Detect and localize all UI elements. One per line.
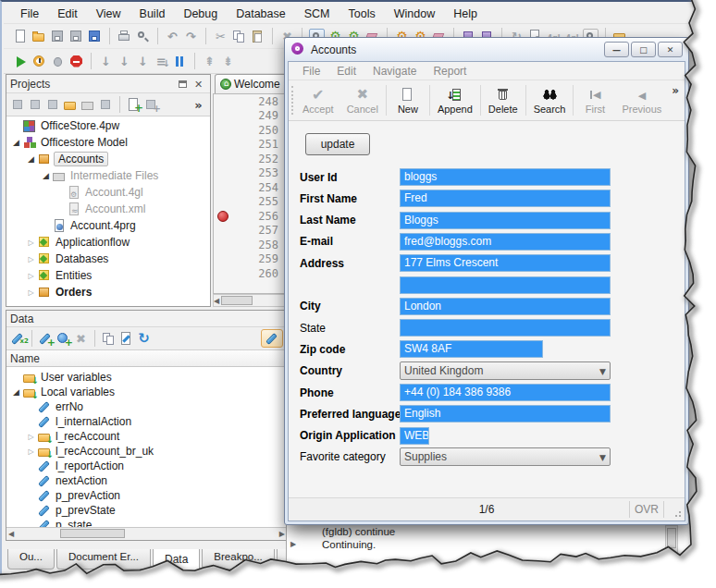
expander-icon[interactable]: ▷	[25, 288, 37, 297]
expander-icon[interactable]: ▷	[25, 272, 37, 280]
scroll-left-arrow-icon[interactable]: ◀	[8, 530, 14, 538]
open-folder-icon[interactable]	[31, 29, 47, 44]
line-number-row[interactable]: 252	[214, 152, 286, 166]
scrollbar-thumb[interactable]	[60, 529, 125, 538]
bottom-tab-ou[interactable]: Ou...	[7, 549, 55, 570]
pencil-x2-icon[interactable]	[10, 331, 26, 347]
dialog-menu-file[interactable]: File	[294, 64, 328, 79]
tree-item-p-state[interactable]: p_state	[6, 518, 287, 527]
editor-horizontal-scrollbar[interactable]: ◀	[213, 294, 287, 307]
field-last-name-input[interactable]: Bloggs	[400, 212, 611, 229]
toolbar-button-previous[interactable]: Previous	[615, 80, 668, 120]
edit-mode-toggle-button[interactable]	[261, 329, 283, 348]
menu-tools[interactable]: Tools	[339, 6, 385, 22]
tree-item-user-variables[interactable]: User variables	[6, 370, 287, 385]
copy-icon[interactable]	[231, 29, 247, 44]
menu-file[interactable]: File	[11, 6, 48, 22]
close-button[interactable]: ✕	[658, 42, 683, 57]
menu-view[interactable]: View	[87, 6, 130, 22]
tree-item-databases[interactable]: ▷Databases	[6, 251, 210, 267]
menu-build[interactable]: Build	[130, 6, 175, 22]
line-number-row[interactable]: 260	[214, 266, 286, 281]
line-number-row[interactable]: 255	[214, 195, 286, 210]
profile-clock-icon[interactable]	[31, 54, 47, 69]
tree-item-errno[interactable]: errNo	[6, 399, 287, 414]
line-number-row[interactable]: 253	[214, 166, 286, 181]
step-filter-icon[interactable]	[154, 54, 169, 69]
scroll-right-arrow-icon[interactable]: ▶	[279, 530, 285, 538]
field-blank-input[interactable]	[400, 276, 611, 294]
line-number-row[interactable]: 257	[214, 224, 286, 239]
expander-icon[interactable]: ◢	[40, 171, 52, 180]
scroll-right-arrow-icon[interactable]: ▶	[290, 540, 296, 548]
line-number-row[interactable]: 251	[214, 138, 286, 153]
expander-icon[interactable]: ◢	[10, 387, 22, 397]
field-favorite-category-select[interactable]: Supplies▼	[400, 447, 611, 466]
editor-line-gutter[interactable]: 248249250251252253254255256257258259260	[213, 93, 287, 294]
build-gray-icon[interactable]	[28, 97, 43, 113]
globe-add-icon[interactable]	[56, 331, 71, 347]
data-horizontal-scrollbar[interactable]: ◀ ▶	[6, 527, 287, 540]
step-into-icon[interactable]	[117, 54, 132, 69]
cut-icon[interactable]	[213, 29, 228, 44]
menu-window[interactable]: Window	[385, 6, 444, 22]
toolbar-button-delete[interactable]: Delete	[482, 80, 525, 120]
toolbar-button-first[interactable]: First	[574, 80, 615, 120]
undo-icon[interactable]	[165, 29, 180, 44]
line-number-row[interactable]: 254	[214, 180, 286, 195]
line-number-row[interactable]: 250	[214, 123, 286, 138]
menu-edit[interactable]: Edit	[48, 6, 87, 22]
run-play-icon[interactable]	[13, 54, 29, 69]
tree-item-l-recaccount[interactable]: ▷l_recAccount	[6, 429, 287, 444]
step-over-icon[interactable]	[98, 54, 114, 69]
toolbar-button-search[interactable]: Search	[527, 80, 573, 120]
new-file-plus-icon[interactable]	[126, 97, 142, 113]
field-user-id-input[interactable]: bloggs	[400, 168, 611, 186]
stop-red-icon[interactable]	[68, 54, 84, 69]
tree-item-p-prevstate[interactable]: p_prevState	[6, 503, 287, 518]
pencil-add-icon[interactable]	[38, 331, 54, 347]
bottom-tab-document-er[interactable]: Document Er...	[56, 549, 151, 570]
close-panel-icon[interactable]	[191, 76, 206, 92]
menu-scm[interactable]: SCM	[295, 6, 339, 22]
tree-item-account-4gl[interactable]: Account.4gl	[6, 184, 210, 201]
field-zip-code-input[interactable]: SW4 8AF	[400, 340, 543, 358]
field-phone-input[interactable]: +44 (0) 184 386 9386	[400, 384, 611, 401]
print-icon[interactable]	[117, 29, 132, 44]
print-preview-icon[interactable]	[135, 29, 151, 44]
tree-item-account-xml[interactable]: Account.xml	[6, 201, 210, 217]
expander-icon[interactable]: ◢	[10, 138, 22, 147]
build-down-icon[interactable]	[220, 54, 236, 69]
expander-icon[interactable]: ▷	[25, 433, 37, 441]
expander-icon[interactable]: ▷	[25, 239, 37, 247]
tree-item-accounts[interactable]: ◢Accounts	[6, 151, 210, 167]
package-gray-icon[interactable]	[98, 97, 114, 113]
console-vertical-scrollbar[interactable]	[665, 525, 678, 566]
floppy-icon[interactable]	[68, 29, 84, 44]
x-gray-icon[interactable]	[73, 331, 89, 347]
tree-item-l-internalaction[interactable]: l_internalAction	[6, 414, 287, 429]
field-preferred-language-input[interactable]: English	[400, 405, 611, 423]
rebuild-gray-icon[interactable]	[45, 97, 61, 113]
field-origin-application-input[interactable]: WEB	[400, 427, 429, 445]
tree-item-entities[interactable]: ▷Entities	[6, 267, 210, 284]
dialog-menu-navigate[interactable]: Navigate	[364, 64, 425, 79]
redo-icon[interactable]	[183, 29, 199, 44]
scrollbar-thumb[interactable]	[221, 296, 253, 305]
menu-debug[interactable]: Debug	[174, 6, 227, 22]
pause-blue-icon[interactable]	[172, 54, 188, 69]
toolbar-overflow-chevron[interactable]: »	[672, 84, 679, 97]
update-button[interactable]: update	[305, 133, 370, 155]
folder-gray-icon[interactable]	[80, 97, 96, 113]
new-file-icon[interactable]	[13, 29, 29, 44]
minimize-button[interactable]: —	[604, 42, 629, 57]
chevron-more-icon[interactable]	[191, 97, 206, 113]
field-country-select[interactable]: United Kingdom▼	[400, 361, 611, 380]
floppy-blue-icon[interactable]	[87, 29, 103, 44]
scroll-left-arrow-icon[interactable]: ◀	[214, 297, 219, 305]
dialog-titlebar[interactable]: Accounts —□✕	[285, 38, 688, 61]
tree-item-applicationflow[interactable]: ▷Applicationflow	[6, 234, 210, 251]
field-first-name-input[interactable]: Fred	[400, 190, 611, 207]
tree-item-nextaction[interactable]: nextAction	[6, 473, 287, 488]
tree-item-officestore-model[interactable]: ◢Officestore Model	[6, 134, 210, 151]
